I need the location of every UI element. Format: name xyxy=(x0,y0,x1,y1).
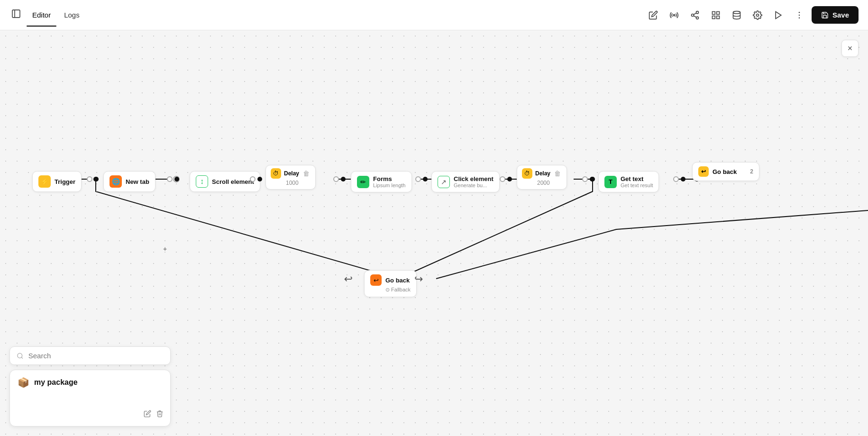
go-back-label: Go back xyxy=(385,277,410,284)
connector-dot xyxy=(582,176,588,182)
trigger-node-icon: ⚡ xyxy=(38,175,51,188)
delay2-delete-icon[interactable]: 🗑 xyxy=(554,170,561,177)
forms-node-label: Forms xyxy=(373,175,406,182)
svg-rect-10 xyxy=(712,16,715,18)
broadcast-icon-button[interactable] xyxy=(666,7,683,24)
scroll-element-node-icon: ↕ xyxy=(196,175,208,188)
svg-point-3 xyxy=(696,11,698,13)
edit-icon-button[interactable] xyxy=(645,7,662,24)
app-header: Editor Logs xyxy=(0,0,868,30)
svg-point-13 xyxy=(756,14,758,16)
more-options-button[interactable] xyxy=(791,7,808,24)
svg-point-15 xyxy=(799,11,800,13)
delay1-node[interactable]: ⏱ Delay 🗑 1000 xyxy=(265,165,316,190)
connector-dot xyxy=(415,176,421,182)
svg-rect-0 xyxy=(12,10,20,18)
svg-point-2 xyxy=(673,14,675,16)
new-tab-node-icon: 🌐 xyxy=(110,175,122,188)
go-back-icon: ↩ xyxy=(370,274,382,286)
search-icon xyxy=(17,352,24,360)
get-text-sublabel: Get text result xyxy=(621,182,653,188)
sidebar-toggle-button[interactable] xyxy=(9,7,23,23)
connector-dot xyxy=(167,176,173,182)
connector-dot-filled xyxy=(423,177,428,182)
connector-dot xyxy=(500,176,505,182)
package-name: my package xyxy=(34,378,78,387)
go-back-sublabel: ⊙ Fallback xyxy=(370,287,411,293)
swirl-right-icon: ↪ xyxy=(414,273,423,285)
get-text-label: Get text xyxy=(621,175,653,182)
flow-canvas[interactable]: + ⚡ Trigger 🌐 New tab ↕ Scroll element ⏱… xyxy=(0,30,868,436)
repeat-task-value: 2 xyxy=(750,168,753,175)
go-back-node[interactable]: ↩ Go back ⊙ Fallback xyxy=(364,270,417,297)
connector-dot xyxy=(87,176,92,182)
forms-node-sublabel: Lipsum length xyxy=(373,182,406,188)
trigger-node-label: Trigger xyxy=(55,178,75,185)
connector-dot-filled xyxy=(94,177,99,182)
nav-tabs: Editor Logs xyxy=(27,7,85,23)
play-icon-button[interactable] xyxy=(770,7,787,24)
package-delete-button[interactable] xyxy=(156,410,164,419)
delay1-value: 1000 xyxy=(271,180,310,186)
delay1-label: Delay xyxy=(284,170,299,177)
connector-dot-filled xyxy=(174,177,179,182)
delay2-value: 2000 xyxy=(522,180,561,186)
repeat-task-label: Go back xyxy=(713,168,737,175)
tab-editor[interactable]: Editor xyxy=(27,7,56,23)
svg-line-7 xyxy=(694,13,696,14)
repeat-task-node[interactable]: ↩ Go back 2 xyxy=(692,162,759,181)
svg-point-17 xyxy=(799,17,800,18)
forms-node-icon: ✏ xyxy=(357,176,369,188)
package-edit-button[interactable] xyxy=(144,410,151,419)
trigger-node[interactable]: ⚡ Trigger xyxy=(32,171,82,192)
grid-icon-button[interactable] xyxy=(707,7,724,24)
scroll-element-node[interactable]: ↕ Scroll element xyxy=(190,171,260,192)
connector-dot-filled xyxy=(507,177,512,182)
connector-dot-filled xyxy=(590,177,594,182)
delay2-icon: ⏱ xyxy=(522,168,532,179)
close-icon: × xyxy=(848,44,853,54)
click-element-sublabel: Generate bu... xyxy=(454,182,493,188)
svg-line-37 xyxy=(21,357,23,358)
connector-dot-filled xyxy=(257,177,262,182)
click-element-label: Click element xyxy=(454,175,493,182)
new-tab-node[interactable]: 🌐 New tab xyxy=(103,171,155,192)
svg-rect-9 xyxy=(717,11,720,14)
go-back-header: ↩ Go back xyxy=(370,274,411,286)
header-left: Editor Logs xyxy=(9,7,85,23)
close-button[interactable]: × xyxy=(841,40,859,57)
svg-text:+: + xyxy=(163,245,167,253)
settings-icon-button[interactable] xyxy=(749,7,766,24)
svg-point-5 xyxy=(696,17,698,19)
delay2-node[interactable]: ⏱ Delay 🗑 2000 xyxy=(517,165,567,190)
get-text-node[interactable]: T Get text Get text result xyxy=(598,171,659,192)
delay1-delete-icon[interactable]: 🗑 xyxy=(303,170,310,177)
header-right: Save xyxy=(645,6,859,24)
scroll-element-node-label: Scroll element xyxy=(212,178,254,185)
forms-node[interactable]: ✏ Forms Lipsum length xyxy=(351,171,412,192)
click-element-node[interactable]: ↗ Click element Generate bu... xyxy=(431,171,500,192)
svg-point-4 xyxy=(691,14,694,16)
search-panel: 📦 my package xyxy=(9,346,171,427)
repeat-task-icon: ↩ xyxy=(698,166,709,177)
delay2-label: Delay xyxy=(535,170,550,177)
connector-dot xyxy=(250,176,256,182)
tab-logs[interactable]: Logs xyxy=(58,7,85,23)
package-icon: 📦 xyxy=(18,377,29,388)
swirl-left-icon: ↪ xyxy=(344,273,353,285)
get-text-icon: T xyxy=(604,176,617,188)
click-element-icon: ↗ xyxy=(438,176,450,188)
svg-point-12 xyxy=(733,11,740,13)
forms-node-content: Forms Lipsum length xyxy=(373,175,406,188)
svg-marker-14 xyxy=(776,11,781,18)
svg-point-16 xyxy=(799,14,800,16)
database-icon-button[interactable] xyxy=(728,7,745,24)
package-card: 📦 my package xyxy=(9,370,171,427)
search-input[interactable] xyxy=(28,352,164,360)
get-text-content: Get text Get text result xyxy=(621,175,653,188)
share-icon-button[interactable] xyxy=(686,7,704,24)
connector-dot-filled xyxy=(341,177,346,182)
save-button[interactable]: Save xyxy=(812,6,859,24)
connector-dot xyxy=(673,176,679,182)
svg-rect-8 xyxy=(712,11,715,14)
